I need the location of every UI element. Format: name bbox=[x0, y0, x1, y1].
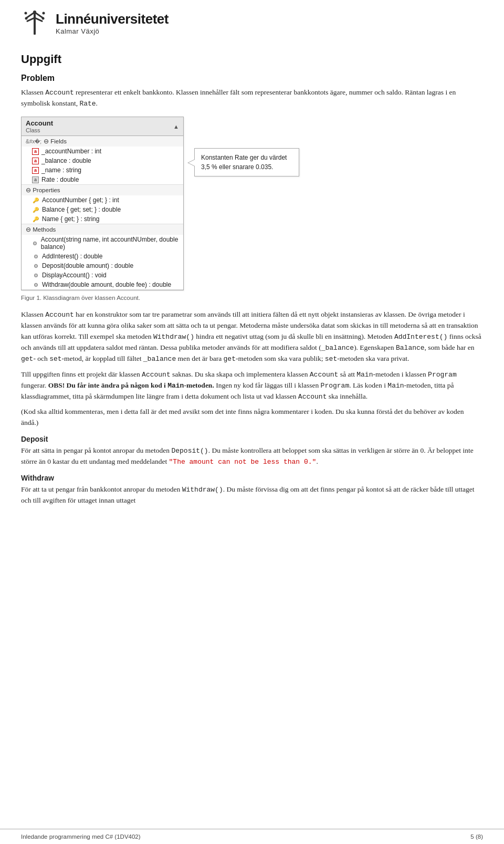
prop-icon-2: 🔑 bbox=[32, 207, 39, 213]
prop-icon-3: 🔑 bbox=[32, 216, 39, 222]
fields-collapse-icon: &#x�; bbox=[26, 139, 41, 144]
uml-prop-accountnumber: 🔑 AccountNumber { get; } : int bbox=[22, 195, 183, 205]
balance-field-ref: _balance bbox=[143, 355, 176, 363]
field-text-3: _name : string bbox=[41, 166, 81, 174]
field-text-4: Rate : double bbox=[41, 176, 79, 183]
uml-class-name: Account bbox=[26, 119, 53, 127]
addinterest-ref-1: AddInterest() bbox=[394, 333, 447, 341]
uml-prop-name: 🔑 Name { get; } : string bbox=[22, 214, 183, 224]
rate-code: Rate bbox=[79, 100, 96, 108]
method-text-1: Account(string name, int accountNUmber, … bbox=[41, 236, 179, 251]
body-paragraph-3: (Kod ska alltid kommenteras, men i detta… bbox=[21, 407, 483, 429]
uml-methods-header: ⊖ Methods bbox=[22, 224, 183, 235]
prop-text-3: Name { get; } : string bbox=[42, 215, 99, 223]
balance-ref-1: _balance bbox=[321, 344, 354, 352]
page-wrapper: Linnéuniversitetet Kalmar Växjö Uppgift … bbox=[0, 0, 504, 844]
method-icon-4: ⚙ bbox=[32, 273, 39, 278]
body-paragraph-1: Klassen Account har en konstruktor som t… bbox=[21, 309, 483, 364]
svg-point-6 bbox=[33, 11, 36, 14]
uml-method-deposit: ⚙ Deposit(double amount) : double bbox=[22, 261, 183, 270]
uml-fields-header: &#x�; ⊖ Fields bbox=[22, 136, 183, 147]
svg-point-9 bbox=[43, 12, 45, 15]
uml-expand-icon: ▲ bbox=[173, 123, 179, 130]
uml-methods-section: ⊖ Methods ⚙ Account(string name, int acc… bbox=[22, 224, 183, 290]
field-access-icon-2: a bbox=[32, 158, 39, 164]
prop-text-2: Balance { get; set; } : double bbox=[42, 206, 121, 213]
uml-properties-header: ⊖ Properties bbox=[22, 185, 183, 195]
page-number: 5 (8) bbox=[470, 833, 483, 840]
deposit-paragraph: För att sätta in pengar på kontot anropa… bbox=[21, 445, 483, 467]
method-icon-3: ⚙ bbox=[32, 263, 39, 269]
field-text-2: _balance : double bbox=[41, 157, 91, 164]
withdraw-ref-2: Withdraw() bbox=[182, 486, 223, 494]
problem-heading: Problem bbox=[21, 74, 483, 83]
prop-text-1: AccountNumber { get; } : int bbox=[42, 196, 119, 204]
withdraw-paragraph: För att ta ut pengar från bankkontot anr… bbox=[21, 484, 483, 506]
main-ref-bold: Main bbox=[167, 382, 184, 390]
uml-class-type: Class bbox=[26, 127, 53, 133]
callout-box: Konstanten Rate ger du värdet 3,5 % elle… bbox=[194, 148, 299, 176]
header: Linnéuniversitetet Kalmar Växjö bbox=[0, 0, 504, 42]
svg-rect-1 bbox=[34, 13, 36, 26]
method-icon-5: ⚙ bbox=[32, 282, 39, 288]
svg-point-7 bbox=[25, 12, 27, 15]
deposit-ref: Deposit() bbox=[171, 447, 208, 455]
deposit-heading: Deposit bbox=[21, 435, 483, 443]
body-paragraph-2: Till uppgiften finns ett projekt där kla… bbox=[21, 369, 483, 402]
logo-text: Linnéuniversitetet Kalmar Växjö bbox=[56, 11, 169, 35]
prop-icon-1: 🔑 bbox=[32, 197, 39, 203]
method-text-3: Deposit(double amount) : double bbox=[42, 262, 133, 269]
uml-method-withdraw: ⚙ Withdraw(double amount, double fee) : … bbox=[22, 280, 183, 289]
uml-field-balance: a _balance : double bbox=[22, 156, 183, 165]
uml-fields-section: &#x�; ⊖ Fields a _accountNumber : int a … bbox=[22, 136, 183, 185]
uml-prop-balance: 🔑 Balance { get; set; } : double bbox=[22, 205, 183, 214]
university-logo-icon bbox=[21, 9, 48, 37]
svg-point-10 bbox=[42, 17, 45, 20]
method-icon-2: ⚙ bbox=[32, 254, 39, 259]
program-ref-1: Program bbox=[428, 371, 457, 379]
main-ref-1: Main bbox=[356, 371, 373, 379]
set-ref-1: set bbox=[49, 355, 61, 363]
uml-method-display: ⚙ DisplayAccount() : void bbox=[22, 270, 183, 280]
intro-paragraph: Klassen Account representerar ett enkelt… bbox=[21, 87, 483, 109]
main-content: Uppgift Problem Klassen Account represen… bbox=[0, 42, 504, 829]
uml-field-name: a _name : string bbox=[22, 165, 183, 175]
methods-label: ⊖ Methods bbox=[26, 226, 56, 233]
get-ref-1: get bbox=[21, 355, 33, 363]
logo-area: Linnéuniversitetet Kalmar Växjö bbox=[21, 9, 169, 37]
uml-field-rate: a Rate : double bbox=[22, 175, 183, 184]
withdraw-heading: Withdraw bbox=[21, 474, 483, 482]
uml-field-accountnumber: a _accountNumber : int bbox=[22, 147, 183, 156]
account-ref-4: Account bbox=[298, 393, 327, 401]
university-sub: Kalmar Växjö bbox=[56, 27, 169, 35]
field-text-1: _accountNumber : int bbox=[41, 148, 101, 155]
set-ref-2: set bbox=[325, 355, 337, 363]
properties-label: ⊖ Properties bbox=[26, 186, 60, 194]
uml-title-bar: Account Class ▲ bbox=[22, 117, 183, 136]
uml-diagram: Account Class ▲ &#x�; ⊖ Fields a _accoun… bbox=[21, 117, 184, 290]
account-code-1: Account bbox=[45, 89, 74, 97]
account-ref-1: Account bbox=[45, 311, 74, 319]
method-icon-1: ⚙ bbox=[32, 241, 38, 246]
footer-course-name: Inledande programmering med C# (1DV402) bbox=[21, 833, 141, 840]
svg-point-8 bbox=[25, 17, 28, 20]
program-ref-2: Program bbox=[321, 382, 350, 390]
figure-caption: Figur 1. Klassdiagram över klassen Accou… bbox=[21, 294, 483, 303]
uml-method-constructor: ⚙ Account(string name, int accountNUmber… bbox=[22, 235, 183, 252]
balance-prop-ref: Balance bbox=[396, 344, 425, 352]
field-access-icon-3: a bbox=[32, 167, 39, 174]
method-text-4: DisplayAccount() : void bbox=[42, 272, 107, 279]
uml-title-left: Account Class bbox=[26, 119, 53, 133]
intro-text-1: Klassen bbox=[21, 88, 45, 96]
fields-label: ⊖ Fields bbox=[44, 138, 67, 145]
uml-method-addinterest: ⚙ AddInterest() : double bbox=[22, 252, 183, 261]
account-ref-2: Account bbox=[142, 371, 171, 379]
intro-text-3: . bbox=[96, 99, 98, 107]
footer: Inledande programmering med C# (1DV402) … bbox=[0, 829, 504, 844]
method-text-2: AddInterest() : double bbox=[42, 253, 102, 260]
deposit-error-msg: "The amount can not be less than 0." bbox=[169, 458, 317, 466]
field-access-icon-1: a bbox=[32, 148, 39, 155]
university-name: Linnéuniversitetet bbox=[56, 11, 169, 27]
withdraw-ref-1: Withdraw() bbox=[153, 333, 194, 341]
diagram-container: Account Class ▲ &#x�; ⊖ Fields a _accoun… bbox=[21, 117, 483, 290]
